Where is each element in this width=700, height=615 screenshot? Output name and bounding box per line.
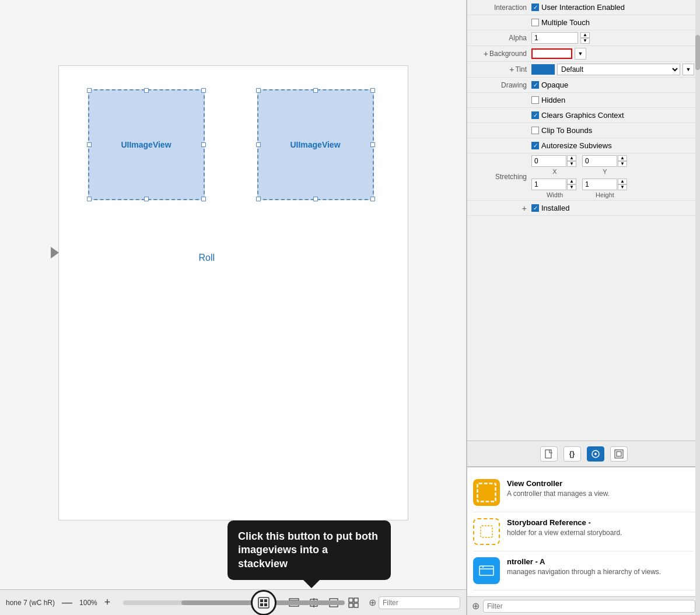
hidden-checkbox[interactable] [531, 96, 539, 104]
stretching-w-down[interactable]: ▼ [567, 184, 576, 190]
alpha-stepper-up[interactable]: ▲ [580, 32, 590, 38]
vc-name-bold: View Controller [507, 479, 562, 488]
stretching-y-up[interactable]: ▲ [618, 155, 627, 161]
autoresize-text: Autoresize Subviews [541, 141, 612, 150]
uiimageview-1[interactable]: UIImageView [88, 89, 205, 200]
svg-rect-23 [481, 526, 492, 537]
filter-search-input[interactable] [483, 600, 695, 613]
grid-icon [348, 597, 359, 608]
handle-br-2 [370, 197, 375, 201]
tint-select-btn[interactable]: ▼ [682, 64, 694, 75]
handle-ml-1 [87, 142, 92, 147]
filter-input[interactable] [379, 596, 460, 609]
tint-select[interactable]: Default [557, 64, 680, 75]
hidden-row: Hidden [467, 93, 700, 108]
imageview2-label: UIImageView [290, 140, 340, 149]
nav-name-bold: ntroller [507, 557, 533, 566]
background-plus-icon[interactable]: + [484, 49, 488, 58]
uiimageview-2[interactable]: UIImageView [257, 89, 374, 200]
stretching-h-field[interactable] [582, 179, 617, 190]
background-value: ▼ [531, 48, 694, 60]
handle-bl-1 [87, 197, 92, 201]
inspector-scrollbar[interactable] [695, 0, 700, 615]
stretching-y-down[interactable]: ▼ [618, 161, 627, 167]
zoom-percent: 100% [79, 599, 97, 607]
canvas-area: UIImageView UIImageView [0, 0, 467, 615]
installed-checkbox[interactable]: ✓ [531, 204, 539, 212]
storyboard-container: UIImageView UIImageView [58, 65, 408, 520]
main-layout: UIImageView UIImageView [0, 0, 700, 615]
svg-rect-3 [260, 603, 263, 606]
stretching-x-field[interactable] [531, 155, 566, 167]
storyboardref-text: Storyboard Reference - holder for a view… [507, 518, 694, 538]
tint-row: + Tint Default ▼ [467, 62, 700, 78]
tab-size[interactable] [610, 446, 628, 462]
embed-stackview-button[interactable] [251, 590, 276, 616]
imageview1-label: UIImageView [121, 140, 171, 149]
inspector-attributes: Interaction ✓ User Interaction Enabled M… [467, 0, 700, 441]
svg-point-20 [594, 453, 597, 455]
zoom-plus-button[interactable]: + [102, 596, 113, 609]
tab-file[interactable] [540, 446, 558, 462]
handle-tl-2 [256, 88, 261, 93]
tint-color-well[interactable] [531, 64, 555, 75]
stretching-h-down[interactable]: ▼ [618, 184, 627, 190]
alpha-stepper-down[interactable]: ▼ [580, 38, 590, 44]
alpha-field[interactable] [531, 32, 578, 44]
handle-bl-2 [256, 197, 261, 201]
x-axis-label: X [533, 168, 577, 175]
code-tab-icon: {} [569, 450, 575, 458]
stretching-wh-fields: ▲ ▼ ▲ ▼ [531, 179, 627, 190]
stretching-w-up[interactable]: ▲ [567, 179, 576, 184]
navcontroller-name: ntroller - A [507, 557, 694, 566]
object-item-navcontroller[interactable]: ntroller - A manages navigation through … [473, 551, 694, 590]
imageviews-row: UIImageView UIImageView [88, 89, 374, 200]
multiple-touch-text: Multiple Touch [541, 18, 590, 27]
stretching-x-down[interactable]: ▼ [567, 161, 576, 167]
viewcontroller-desc: A controller that manages a view. [507, 489, 694, 499]
handle-bm-2 [313, 197, 318, 201]
svg-rect-18 [545, 450, 551, 458]
object-item-storyboardref[interactable]: Storyboard Reference - holder for a view… [473, 512, 694, 551]
tint-plus: + Tint [473, 65, 531, 74]
background-color-well[interactable] [531, 48, 572, 59]
stretching-label: Stretching [473, 173, 531, 181]
svg-rect-0 [258, 597, 269, 608]
stretching-h-up[interactable]: ▲ [618, 179, 627, 184]
clears-graphics-checkbox[interactable]: ✓ [531, 111, 539, 119]
canvas-bottom-bar: hone 7 (wC hR) — 100% + [0, 589, 466, 615]
stretching-y-group: ▲ ▼ [582, 155, 627, 167]
horizontal-scrollbar[interactable] [123, 600, 240, 605]
stretching-w-field[interactable] [531, 179, 566, 190]
zoom-minus-button[interactable]: — [60, 596, 75, 609]
installed-text: Installed [541, 204, 569, 212]
stretching-y-stepper: ▲ ▼ [618, 155, 627, 167]
stretching-y-field[interactable] [582, 155, 617, 167]
hidden-text: Hidden [541, 96, 565, 104]
user-interaction-checkbox[interactable]: ✓ [531, 4, 539, 11]
object-item-viewcontroller[interactable]: View Controller A controller that manage… [473, 473, 694, 512]
tint-plus-icon[interactable]: + [509, 65, 514, 74]
opaque-checkbox[interactable]: ✓ [531, 81, 539, 89]
installed-plus-icon[interactable]: + [522, 204, 527, 213]
clip-to-bounds-row: Clip To Bounds [467, 123, 700, 138]
clip-to-bounds-checkbox[interactable] [531, 127, 539, 134]
alpha-stepper: ▲ ▼ [580, 32, 590, 44]
clip-to-bounds-value: Clip To Bounds [531, 126, 694, 135]
stretching-x-up[interactable]: ▲ [567, 155, 576, 161]
multiple-touch-checkbox[interactable] [531, 19, 539, 26]
drawing-label: Drawing [473, 81, 531, 89]
autoresize-checkbox[interactable]: ✓ [531, 142, 539, 149]
svg-rect-24 [480, 566, 494, 575]
tab-attributes[interactable] [587, 446, 604, 462]
handle-tm-1 [144, 88, 149, 93]
background-select-btn[interactable]: ▼ [575, 48, 586, 60]
tab-code[interactable]: {} [564, 446, 581, 462]
grid-button[interactable] [345, 595, 362, 611]
alpha-row: Alpha ▲ ▼ [467, 30, 700, 46]
tint-value: Default ▼ [531, 64, 694, 75]
svg-rect-2 [264, 599, 267, 602]
multiple-touch-row: Multiple Touch [467, 15, 700, 30]
user-interaction-text: User Interaction Enabled [541, 3, 625, 12]
width-label: Width [533, 191, 577, 198]
